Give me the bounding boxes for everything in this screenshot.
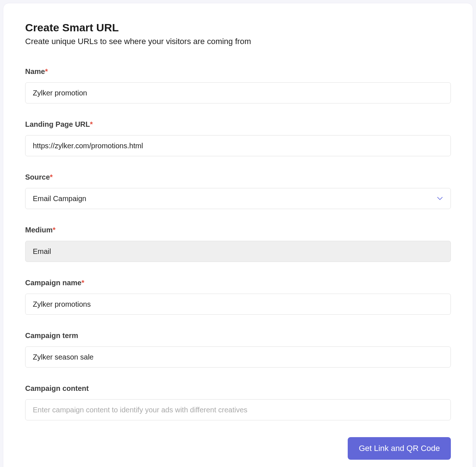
get-link-and-qr-code-button[interactable]: Get Link and QR Code bbox=[348, 437, 451, 460]
name-label: Name* bbox=[25, 67, 451, 76]
required-marker: * bbox=[81, 279, 84, 287]
name-input[interactable] bbox=[25, 82, 451, 103]
form-group-name: Name* bbox=[25, 67, 451, 103]
landing-page-url-label: Landing Page URL* bbox=[25, 120, 451, 129]
page-subtitle: Create unique URLs to see where your vis… bbox=[25, 37, 451, 46]
source-label: Source* bbox=[25, 173, 451, 181]
button-row: Get Link and QR Code bbox=[25, 437, 451, 460]
create-smart-url-card: Create Smart URL Create unique URLs to s… bbox=[3, 3, 473, 467]
campaign-name-label-text: Campaign name bbox=[25, 279, 81, 287]
form-group-landing-page-url: Landing Page URL* bbox=[25, 120, 451, 156]
source-select[interactable]: Email Campaign bbox=[25, 188, 451, 209]
campaign-name-label: Campaign name* bbox=[25, 279, 451, 287]
form-group-campaign-term: Campaign term bbox=[25, 331, 451, 368]
form-group-campaign-content: Campaign content bbox=[25, 384, 451, 420]
required-marker: * bbox=[50, 173, 53, 181]
medium-input bbox=[25, 241, 451, 262]
name-label-text: Name bbox=[25, 67, 45, 75]
landing-page-url-input[interactable] bbox=[25, 135, 451, 156]
campaign-content-input[interactable] bbox=[25, 399, 451, 420]
campaign-term-label-text: Campaign term bbox=[25, 331, 78, 340]
page-title: Create Smart URL bbox=[25, 21, 451, 34]
required-marker: * bbox=[90, 120, 93, 128]
campaign-term-input[interactable] bbox=[25, 346, 451, 368]
landing-page-url-label-text: Landing Page URL bbox=[25, 120, 90, 128]
form-group-source: Source* Email Campaign bbox=[25, 173, 451, 209]
form-group-medium: Medium* bbox=[25, 226, 451, 262]
campaign-content-label: Campaign content bbox=[25, 384, 451, 393]
form-group-campaign-name: Campaign name* bbox=[25, 279, 451, 315]
campaign-term-label: Campaign term bbox=[25, 331, 451, 340]
medium-label: Medium* bbox=[25, 226, 451, 234]
required-marker: * bbox=[45, 67, 48, 75]
source-select-wrap: Email Campaign bbox=[25, 188, 451, 209]
campaign-name-input[interactable] bbox=[25, 294, 451, 315]
source-label-text: Source bbox=[25, 173, 50, 181]
campaign-content-label-text: Campaign content bbox=[25, 384, 89, 392]
medium-label-text: Medium bbox=[25, 226, 53, 234]
required-marker: * bbox=[53, 226, 56, 234]
